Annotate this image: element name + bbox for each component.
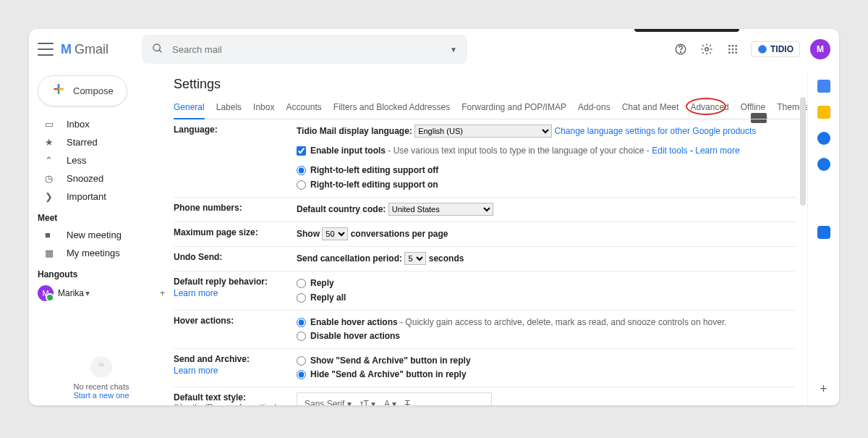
meet-header: Meet xyxy=(38,213,166,223)
search-options-caret-icon[interactable]: ▼ xyxy=(450,46,457,54)
rtl-off-radio[interactable] xyxy=(297,166,306,175)
tab-addons[interactable]: Add-ons xyxy=(578,96,610,119)
star-icon: ★ xyxy=(45,137,56,148)
svg-point-9 xyxy=(732,49,734,51)
enable-input-tools-checkbox[interactable] xyxy=(297,146,306,156)
apps-grid-icon[interactable] xyxy=(725,41,741,57)
learn-more-link[interactable]: Learn more xyxy=(174,288,289,298)
reply-all-radio[interactable] xyxy=(297,293,306,303)
svg-point-13 xyxy=(735,51,737,54)
font-family-dropdown[interactable]: Sans Serif ▾ xyxy=(305,397,352,405)
change-language-link[interactable]: Change language settings for other Googl… xyxy=(555,126,757,136)
nav-inbox[interactable]: ▭Inbox xyxy=(36,115,166,133)
main-menu-icon[interactable] xyxy=(38,43,54,56)
setting-language: Language: Tidio Mail display language: E… xyxy=(174,119,796,198)
app-header: M Gmail ▼ TIDIO M xyxy=(29,29,839,70)
get-addons-button[interactable]: + xyxy=(820,382,827,397)
settings-title: Settings xyxy=(174,70,221,96)
tasks-addon-icon[interactable] xyxy=(817,132,830,145)
font-size-icon[interactable]: τT ▾ xyxy=(360,397,375,405)
svg-point-8 xyxy=(728,49,731,51)
hover-label: Hover actions: xyxy=(174,316,297,343)
meet-my-meetings[interactable]: ▦My meetings xyxy=(36,244,166,262)
tab-filters[interactable]: Filters and Blocked Addresses xyxy=(333,96,450,119)
hangouts-add-button[interactable]: + xyxy=(160,288,165,298)
setting-reply: Default reply behavior:Learn more Reply … xyxy=(174,271,796,310)
settings-tabs: General Labels Inbox Accounts Filters an… xyxy=(174,96,804,119)
nav-important[interactable]: ❯Important xyxy=(36,188,166,206)
tab-inbox[interactable]: Inbox xyxy=(253,96,274,119)
tab-labels[interactable]: Labels xyxy=(216,96,242,119)
tab-accounts[interactable]: Accounts xyxy=(286,96,321,119)
learn-more-link[interactable]: Learn more xyxy=(174,366,289,376)
keep-addon-icon[interactable] xyxy=(817,106,830,119)
left-sidebar: Compose ▭Inbox ★Starred ⌃Less ◷Snoozed ❯… xyxy=(29,70,174,405)
account-avatar[interactable]: M xyxy=(810,39,830,59)
setting-undo: Undo Send: Send cancellation period: 5 s… xyxy=(174,247,796,271)
compose-button[interactable]: Compose xyxy=(38,75,127,106)
hover-enable-radio[interactable] xyxy=(297,318,306,327)
learn-more-link[interactable]: Learn more xyxy=(695,146,739,156)
reply-radio[interactable] xyxy=(297,279,306,288)
language-label: Language: xyxy=(174,125,297,192)
start-chat-link[interactable]: Start a new one xyxy=(36,391,166,400)
nav-snoozed[interactable]: ◷Snoozed xyxy=(36,169,166,188)
phone-label: Phone numbers: xyxy=(174,203,297,216)
svg-point-4 xyxy=(705,48,709,51)
svg-point-6 xyxy=(732,45,734,47)
remove-formatting-icon[interactable]: T xyxy=(405,397,410,405)
hangouts-user-row[interactable]: M Marika ▾ + xyxy=(36,282,166,304)
tab-forwarding[interactable]: Forwarding and POP/IMAP xyxy=(461,96,566,119)
clock-icon: ◷ xyxy=(45,173,56,184)
hangouts-empty-state: ❝ No recent chats Start a new one xyxy=(36,356,166,400)
undo-period-select[interactable]: 5 xyxy=(404,252,426,265)
svg-point-3 xyxy=(680,51,681,52)
hangouts-header: Hangouts xyxy=(38,269,166,279)
setting-phone: Phone numbers: Default country code: Uni… xyxy=(174,198,796,222)
tidio-badge[interactable]: TIDIO xyxy=(751,41,800,57)
setting-hover: Hover actions: Enable hover actions - Qu… xyxy=(174,311,796,349)
svg-point-5 xyxy=(728,45,731,47)
quote-icon: ❝ xyxy=(90,356,112,378)
tab-advanced[interactable]: Advanced xyxy=(690,102,728,112)
page-size-select[interactable]: 50 xyxy=(322,227,348,240)
gmail-logo[interactable]: M Gmail xyxy=(61,42,109,57)
setting-page-size: Maximum page size: Show 50 conversations… xyxy=(174,222,796,247)
addon-icon[interactable] xyxy=(817,226,830,239)
svg-point-11 xyxy=(728,51,731,54)
svg-point-0 xyxy=(153,44,160,51)
compose-label: Compose xyxy=(73,85,114,96)
settings-gear-icon[interactable] xyxy=(699,41,715,57)
chevron-up-icon: ⌃ xyxy=(45,155,56,166)
svg-point-12 xyxy=(732,51,734,54)
help-icon[interactable] xyxy=(673,41,689,57)
search-input[interactable] xyxy=(172,44,450,55)
send-archive-hide-radio[interactable] xyxy=(297,370,306,379)
text-style-preview: Sans Serif ▾ τT ▾ A ▾ T This is what you… xyxy=(297,392,492,405)
tab-chat-meet[interactable]: Chat and Meet xyxy=(622,96,679,119)
search-icon xyxy=(152,43,163,56)
calendar-icon: ▦ xyxy=(45,248,56,258)
scrollbar[interactable] xyxy=(800,97,806,206)
tab-offline[interactable]: Offline xyxy=(741,96,765,119)
hover-disable-radio[interactable] xyxy=(297,332,306,341)
rtl-on-radio[interactable] xyxy=(297,180,306,190)
svg-line-1 xyxy=(159,50,161,52)
gmail-wordmark: Gmail xyxy=(75,42,109,57)
send-archive-show-radio[interactable] xyxy=(297,356,306,366)
search-bar[interactable]: ▼ xyxy=(142,35,467,64)
meet-new-meeting[interactable]: ■New meeting xyxy=(36,226,166,244)
calendar-addon-icon[interactable] xyxy=(817,80,830,93)
edit-tools-link[interactable]: Edit tools xyxy=(652,146,687,156)
text-color-icon[interactable]: A ▾ xyxy=(384,397,396,405)
country-code-select[interactable]: United States xyxy=(388,203,493,216)
page-size-label: Maximum page size: xyxy=(174,227,297,241)
nav-starred[interactable]: ★Starred xyxy=(36,133,166,151)
language-select[interactable]: English (US) xyxy=(414,125,552,138)
tab-general[interactable]: General xyxy=(174,96,205,119)
compose-plus-icon xyxy=(51,82,66,100)
nav-less[interactable]: ⌃Less xyxy=(36,151,166,169)
undo-label: Undo Send: xyxy=(174,252,297,266)
contacts-addon-icon[interactable] xyxy=(817,158,830,171)
side-panel: + xyxy=(807,70,839,405)
